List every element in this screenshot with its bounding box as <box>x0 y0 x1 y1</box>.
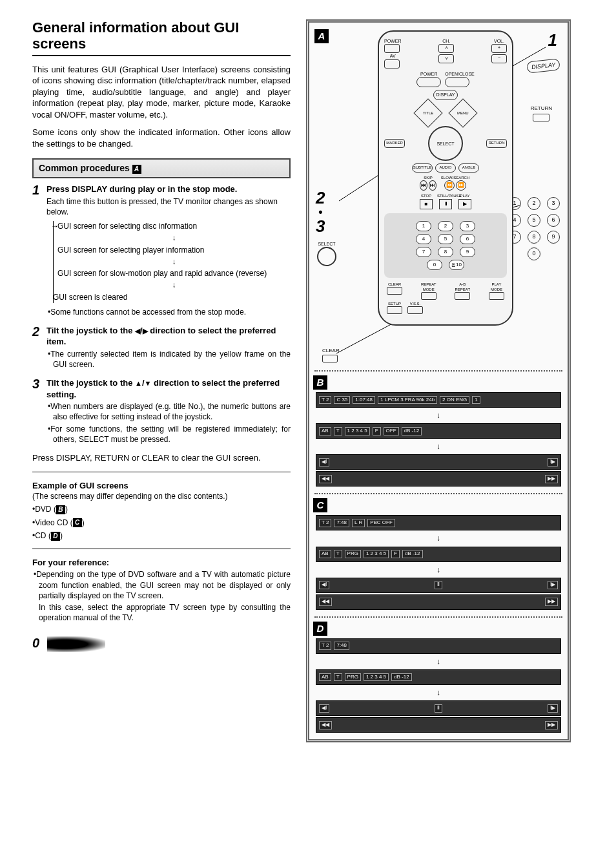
b1-title: T 2 <box>319 396 331 404</box>
slow-fwd-button: ⏩ <box>456 180 466 191</box>
remote-top-row: POWERAV CH.∧∨ VOL.+− <box>384 38 507 68</box>
return-button: RETURN <box>486 139 507 148</box>
ex-dvd-label: DVD <box>35 505 51 514</box>
step-2-body: Tilt the joystick to the / direction to … <box>46 325 291 371</box>
d2-repeat: AB <box>319 673 331 682</box>
d3-fastfwd: ▶▶ <box>545 721 558 729</box>
dotted-divider <box>314 493 562 494</box>
numref-9: 9 <box>547 231 560 244</box>
reference-bullet: •Depending on the type of DVD software a… <box>32 569 291 601</box>
left-column: General information about GUI screens Th… <box>32 19 291 652</box>
b3-rewind: ◀Ⅰ <box>319 458 329 466</box>
gui-bar-c3b: ◀◀▶▶ <box>316 594 561 610</box>
down-arrow-icon: ↓ <box>313 533 564 543</box>
num-1: 1 <box>416 221 431 231</box>
page: General information about GUI screens Th… <box>32 19 601 742</box>
reference-heading: For your reference: <box>32 557 291 569</box>
step-2-head-a: Tilt the joystick to the <box>46 326 135 335</box>
b2-trepeat: T <box>334 427 342 435</box>
step-2: 2 Tilt the joystick to the / direction t… <box>32 325 291 371</box>
gui-bar-d3: ◀ⅠⅡⅠ▶ <box>316 700 561 716</box>
divider <box>32 549 291 549</box>
lbl-vss: V.S.S. <box>407 301 423 306</box>
c1-audio: L R <box>352 519 365 527</box>
b1-sub: 2 ON ENG <box>440 396 469 404</box>
title-line-1: General information about GUI <box>32 19 239 36</box>
title-text: TITLE <box>423 110 433 116</box>
joystick-select: SELECT <box>428 126 463 161</box>
section-header: Common procedures A <box>32 158 291 178</box>
step-3-head: Tilt the joystick to the / direction to … <box>46 377 291 400</box>
num-2: 2 <box>438 221 453 231</box>
clear-callout-text: CLEAR <box>322 348 340 355</box>
lbl-open: OPEN/CLOSE <box>445 71 475 77</box>
down-arrow-icon: ↓ <box>57 280 291 290</box>
title-menu-row: TITLE MENU <box>384 103 507 123</box>
lbl-power2: POWER <box>416 71 441 77</box>
subtitle-button: SUBTITLE <box>412 163 433 173</box>
ex-vcd-label: Video CD <box>35 518 68 527</box>
pause-button: ⏸ <box>439 199 452 209</box>
down-arrow-icon: ↓ <box>313 656 564 667</box>
numref-6: 6 <box>547 214 560 227</box>
badge-c-icon: C <box>73 518 82 527</box>
step-2-head: Tilt the joystick to the / direction to … <box>46 325 291 348</box>
down-arrow-icon: ↓ <box>57 257 291 267</box>
b1-time: 1:07:48 <box>353 396 375 404</box>
b2-vol: dB -12 <box>402 427 422 435</box>
lbl-stop: STOP <box>418 193 435 198</box>
b3-slowfwd: Ⅰ▶ <box>548 458 558 466</box>
menu-text: MENU <box>457 110 469 116</box>
c2-marker: 1 2 3 4 5 <box>364 550 389 558</box>
up-triangle-icon <box>135 378 142 388</box>
example-dvd: •DVD (B) <box>32 504 291 514</box>
diagram-panel: A 1 2 • 3 DISPLAY RETURN SELECT 123 <box>306 19 571 742</box>
ch-up-button: ∧ <box>438 44 454 53</box>
repeat-button <box>421 292 436 300</box>
gui-bar-b3: ◀ⅠⅠ▶ <box>316 454 561 470</box>
lbl-clear: CLEAR <box>387 282 402 287</box>
c1-track: T 2 <box>319 519 331 527</box>
stop-pause-play-row: STOP■ STILL/PAUSE⏸ PLAY▶ <box>384 193 507 209</box>
title-underline <box>32 55 291 56</box>
number-pad: 123 456 789 0≧10 <box>384 213 507 278</box>
lbl-repeat: REPEAT MODE <box>421 282 436 292</box>
flow-item-3: GUI screen for slow-motion play and rapi… <box>57 268 291 278</box>
section-badge-a: A <box>132 165 141 174</box>
c2-trepeat: T <box>334 550 342 558</box>
gui-bar-d3b: ◀◀▶▶ <box>316 717 561 733</box>
gui-bar-b2: AB T 1 2 3 4 5 F OFF dB -12 <box>316 423 561 439</box>
step-3-note-1-text: When numbers are displayed (e.g. title N… <box>50 402 291 421</box>
bottom-row-2: SETUP V.S.S. <box>387 301 504 314</box>
step-1: 1 Press DISPLAY during play or in the st… <box>32 183 291 318</box>
c2-mode: PRG <box>345 550 361 558</box>
d2-trepeat: T <box>334 673 342 682</box>
right-triangle-icon <box>143 326 148 335</box>
press-clear-note: Press DISPLAY, RETURN or CLEAR to clear … <box>32 452 291 464</box>
select-text: SELECT <box>436 141 454 147</box>
open-close-button <box>445 77 469 87</box>
step-3-note-2: •For some functions, the setting will be… <box>46 424 291 445</box>
step-3-number: 3 <box>32 377 46 446</box>
display-button: DISPLAY <box>433 90 458 100</box>
gui-bar-c2: AB T PRG 1 2 3 4 5 F dB -12 <box>316 547 561 562</box>
badge-c: C <box>313 498 327 512</box>
bottom-row-1: CLEAR REPEAT MODE A-B REPEAT PLAY MODE <box>387 282 504 300</box>
marker-button: MARKER <box>384 139 405 148</box>
num-7: 7 <box>416 247 431 257</box>
intro-para-1: This unit features GUI (Graphical User I… <box>32 64 291 121</box>
step-3-note-2-text: For some functions, the setting will be … <box>50 424 291 444</box>
badge-b-icon: B <box>56 505 65 514</box>
right-column: A 1 2 • 3 DISPLAY RETURN SELECT 123 <box>306 19 571 742</box>
power-open-row: POWER OPEN/CLOSE <box>384 71 507 87</box>
num-5: 5 <box>438 234 453 244</box>
c3-fastfwd: ▶▶ <box>545 598 558 606</box>
step-3: 3 Tilt the joystick to the / direction t… <box>32 377 291 446</box>
section-a: A 1 2 • 3 DISPLAY RETURN SELECT 123 <box>313 28 564 364</box>
lbl-av: AV <box>384 53 401 59</box>
step-3-note-1: •When numbers are displayed (e.g. title … <box>46 401 291 422</box>
lbl-vol: VOL. <box>491 38 507 44</box>
return-callout: RETURN <box>531 105 552 121</box>
clear-button-icon <box>322 355 338 362</box>
gui-bar-c3: ◀ⅠⅡⅠ▶ <box>316 578 561 593</box>
